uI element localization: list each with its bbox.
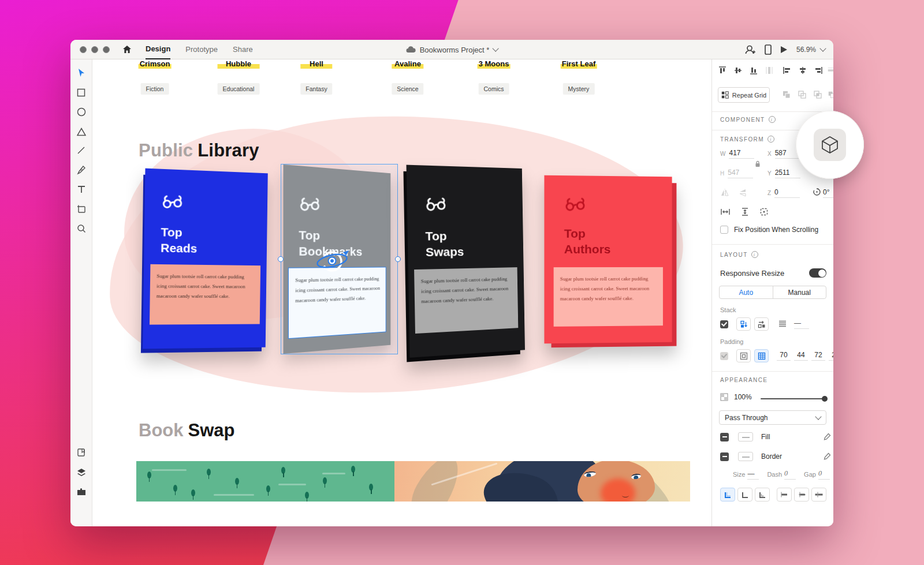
border-eyedropper-icon[interactable] bbox=[823, 452, 831, 461]
zoom-control[interactable]: 56.9% bbox=[796, 46, 825, 54]
padding-bottom-input[interactable]: 72 bbox=[811, 351, 825, 361]
invite-user-icon[interactable] bbox=[745, 45, 755, 54]
pen-tool-icon[interactable] bbox=[76, 165, 87, 175]
minimize-window-icon[interactable] bbox=[91, 46, 98, 53]
cap-round-icon[interactable] bbox=[794, 488, 809, 502]
book-nav-title[interactable]: Crimson bbox=[139, 59, 172, 69]
book-nav-title[interactable]: Hubble bbox=[218, 59, 260, 69]
book-nav-avaline[interactable]: Avaline Science bbox=[392, 59, 423, 95]
border-dash-input[interactable]: 0 bbox=[784, 469, 796, 480]
tab-design[interactable]: Design bbox=[146, 40, 170, 59]
book-nav-genre[interactable]: Fantasy bbox=[300, 83, 332, 95]
resize-handle-right[interactable] bbox=[395, 256, 401, 262]
opacity-value[interactable]: 100% bbox=[734, 393, 752, 401]
fix-height-icon[interactable] bbox=[741, 207, 749, 216]
border-inner-icon[interactable] bbox=[720, 488, 735, 502]
align-bottom-icon[interactable] bbox=[748, 65, 759, 76]
book-nav-hell[interactable]: Hell Fantasy bbox=[300, 59, 332, 95]
book-nav-title[interactable]: Avaline bbox=[392, 59, 423, 69]
rectangle-tool-icon[interactable] bbox=[76, 87, 87, 98]
auto-option[interactable]: Auto bbox=[720, 286, 773, 298]
cap-butt-icon[interactable] bbox=[777, 488, 792, 502]
plugins-panel-icon[interactable] bbox=[76, 487, 87, 497]
book-card-top-authors[interactable]: TopAuthors Sugar plum tootsie roll carro… bbox=[544, 175, 672, 344]
tab-share[interactable]: Share bbox=[233, 40, 253, 59]
z-input[interactable]: 0 bbox=[774, 188, 800, 198]
remove-fill-icon[interactable] bbox=[720, 433, 729, 441]
info-icon[interactable]: i bbox=[767, 136, 774, 143]
layers-panel-icon[interactable] bbox=[76, 467, 87, 477]
align-right-icon[interactable] bbox=[813, 65, 824, 76]
book-nav-genre[interactable]: Comics bbox=[478, 83, 509, 95]
repeat-grid-button[interactable]: Repeat Grid bbox=[718, 87, 770, 103]
resize-handle-left[interactable] bbox=[278, 256, 284, 262]
book-nav-crimson[interactable]: Crimson Fiction bbox=[139, 59, 172, 95]
padding-uniform-icon[interactable] bbox=[736, 349, 751, 362]
flip-horizontal-icon[interactable] bbox=[720, 189, 729, 197]
assets-panel-icon[interactable] bbox=[76, 447, 87, 458]
distribute-horizontal-icon[interactable] bbox=[826, 65, 833, 76]
border-center-icon[interactable] bbox=[737, 488, 752, 502]
select-tool-icon[interactable] bbox=[76, 68, 87, 78]
illustration-green-field[interactable] bbox=[136, 461, 394, 502]
rotate-3d-gizmo[interactable] bbox=[311, 244, 353, 278]
illustration-reading-woman[interactable] bbox=[394, 461, 690, 502]
design-canvas[interactable]: Crimson Fiction Hubble Educational Hell … bbox=[92, 59, 711, 526]
book-nav-hubble[interactable]: Hubble Educational bbox=[218, 59, 260, 95]
stack-checkbox[interactable] bbox=[720, 320, 728, 328]
book-nav-title[interactable]: First Leaf bbox=[561, 59, 597, 69]
document-title[interactable]: Bookworms Project * bbox=[406, 40, 498, 59]
padding-individual-icon[interactable] bbox=[754, 349, 769, 362]
align-center-icon[interactable] bbox=[798, 65, 808, 76]
height-input[interactable]: 547 bbox=[728, 169, 753, 178]
border-outer-icon[interactable] bbox=[755, 488, 770, 502]
padding-right-input[interactable]: 44 bbox=[794, 351, 808, 361]
book-nav-title[interactable]: 3 Moons bbox=[478, 59, 511, 69]
book-nav-firstleaf[interactable]: First Leaf Mystery bbox=[561, 59, 597, 95]
border-swatch[interactable] bbox=[738, 452, 753, 461]
align-middle-icon[interactable] bbox=[733, 65, 743, 76]
boolean-subtract-icon[interactable] bbox=[797, 89, 807, 100]
boolean-intersect-icon[interactable] bbox=[813, 89, 823, 100]
book-nav-genre[interactable]: Fiction bbox=[141, 83, 169, 95]
fix-size-icon[interactable] bbox=[759, 207, 769, 216]
boolean-exclude-icon[interactable] bbox=[826, 89, 833, 100]
stack-vertical-icon[interactable] bbox=[736, 317, 751, 331]
info-icon[interactable]: i bbox=[769, 116, 776, 123]
distribute-vertical-icon[interactable] bbox=[764, 65, 774, 76]
device-preview-icon[interactable] bbox=[765, 44, 772, 55]
book-nav-genre[interactable]: Educational bbox=[218, 83, 260, 95]
cap-projecting-icon[interactable] bbox=[811, 488, 826, 502]
fix-position-checkbox[interactable] bbox=[720, 226, 728, 234]
border-gap-input[interactable]: 0 bbox=[818, 469, 830, 480]
padding-left-input[interactable]: 26 bbox=[829, 351, 833, 361]
y-input[interactable]: 2511 bbox=[775, 169, 800, 178]
padding-checkbox[interactable] bbox=[720, 352, 728, 360]
book-nav-title[interactable]: Hell bbox=[300, 59, 332, 69]
home-icon[interactable] bbox=[122, 45, 132, 54]
fix-position-row[interactable]: Fix Position When Scrolling bbox=[720, 226, 818, 234]
rotate-z-input[interactable]: 0° bbox=[823, 188, 833, 198]
fix-width-icon[interactable] bbox=[720, 208, 731, 216]
ellipse-tool-icon[interactable] bbox=[76, 107, 87, 117]
fill-swatch[interactable] bbox=[738, 432, 753, 441]
rotate-z-icon[interactable] bbox=[811, 186, 822, 197]
book-nav-3moons[interactable]: 3 Moons Comics bbox=[478, 59, 511, 95]
lock-aspect-icon[interactable] bbox=[752, 159, 763, 169]
align-left-icon[interactable] bbox=[782, 65, 792, 76]
book-card-top-reads[interactable]: TopReads Sugar plum tootsie roll carrot … bbox=[143, 169, 268, 349]
padding-top-input[interactable]: 70 bbox=[777, 351, 791, 361]
play-preview-icon[interactable] bbox=[781, 46, 787, 53]
flip-vertical-icon[interactable] bbox=[739, 188, 747, 197]
blend-mode-dropdown[interactable]: Pass Through bbox=[719, 410, 826, 425]
window-controls[interactable] bbox=[80, 46, 110, 53]
artboard-tool-icon[interactable] bbox=[76, 204, 87, 214]
book-nav-genre[interactable]: Science bbox=[392, 83, 423, 95]
close-window-icon[interactable] bbox=[80, 46, 87, 53]
line-tool-icon[interactable] bbox=[76, 145, 87, 155]
manual-option[interactable]: Manual bbox=[773, 286, 826, 298]
zoom-tool-icon[interactable] bbox=[76, 223, 87, 234]
boolean-add-icon[interactable] bbox=[781, 89, 792, 100]
text-tool-icon[interactable] bbox=[76, 184, 87, 194]
book-card-top-swaps[interactable]: TopSwaps Sugar plum tootsie roll carrot … bbox=[407, 165, 525, 358]
